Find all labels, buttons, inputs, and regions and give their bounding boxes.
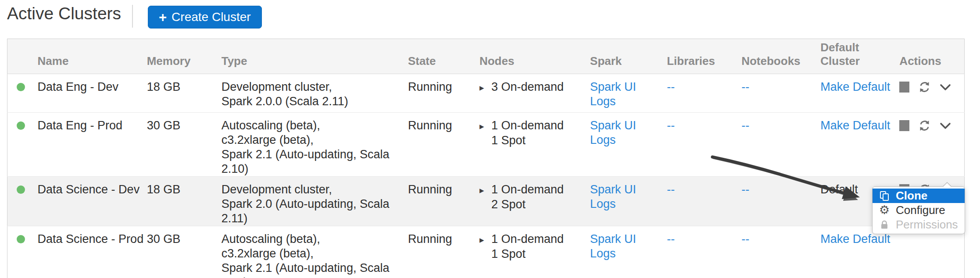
terminate-icon[interactable]	[899, 82, 909, 93]
menu-item-permissions: Permissions	[873, 217, 965, 232]
table-row-data-science-prod: Data Science - Prod 30 GB Autoscaling (b…	[7, 226, 965, 278]
spark-ui-link[interactable]: Spark UI	[590, 80, 636, 93]
menu-item-label: Configure	[896, 203, 945, 217]
col-header-state: State	[408, 39, 479, 74]
col-header-default-cluster: Default Cluster	[820, 39, 899, 74]
cluster-state: Running	[408, 119, 452, 132]
table-row-data-eng-prod: Data Eng - Prod 30 GB Autoscaling (beta)…	[7, 113, 965, 177]
cluster-type-line: Spark 2.1 (Auto-updating, Scala 2.11)	[222, 261, 408, 278]
actions-dropdown-icon[interactable]	[940, 83, 951, 92]
cluster-type-line: Development cluster,	[222, 80, 408, 94]
libraries-link[interactable]: --	[667, 232, 675, 246]
menu-item-configure[interactable]: ⚙ Configure	[873, 203, 965, 217]
status-running-icon	[17, 185, 25, 194]
clusters-table: Name Memory Type State Nodes Spark Libra…	[7, 39, 965, 278]
status-running-icon	[17, 83, 25, 91]
make-default-link[interactable]: Make Default	[820, 119, 890, 132]
spark-ui-link[interactable]: Spark UI	[590, 183, 636, 196]
menu-item-label: Permissions	[896, 218, 958, 232]
logs-link[interactable]: Logs	[590, 95, 616, 108]
cluster-state: Running	[408, 183, 452, 196]
col-header-type: Type	[222, 39, 408, 74]
col-header-default-line: Cluster	[820, 54, 899, 68]
cluster-memory: 18 GB	[147, 80, 181, 93]
expand-nodes-icon[interactable]: ▸	[479, 80, 491, 95]
default-cluster-label: Default	[820, 183, 858, 196]
cluster-type-line: c3.2xlarge (beta),	[222, 133, 408, 147]
menu-item-clone[interactable]: Clone	[873, 189, 965, 203]
libraries-link[interactable]: --	[667, 119, 675, 132]
status-running-icon	[17, 121, 25, 130]
cluster-memory: 30 GB	[147, 232, 181, 246]
restart-icon[interactable]	[919, 120, 930, 132]
nodes-spot: 1 Spot	[479, 133, 590, 148]
expand-nodes-icon[interactable]: ▸	[479, 232, 491, 247]
cluster-type-line: Development cluster,	[222, 182, 408, 197]
cluster-type-line: Spark 2.1 (Auto-updating, Scala 2.10)	[222, 147, 408, 176]
table-header-row: Name Memory Type State Nodes Spark Libra…	[7, 39, 965, 74]
notebooks-link[interactable]: --	[741, 119, 749, 132]
make-default-link[interactable]: Make Default	[820, 232, 890, 246]
cluster-memory: 30 GB	[147, 119, 181, 132]
spark-ui-link[interactable]: Spark UI	[590, 232, 636, 246]
cluster-memory: 18 GB	[147, 183, 181, 196]
plus-icon: +	[159, 11, 167, 24]
restart-icon[interactable]	[919, 81, 930, 93]
cluster-state: Running	[408, 232, 452, 246]
spark-ui-link[interactable]: Spark UI	[590, 119, 636, 132]
nodes-on-demand: 1 On-demand	[491, 119, 564, 132]
notebooks-link[interactable]: --	[741, 80, 749, 93]
active-clusters-page: Active Clusters + Create Cluster Name Me…	[0, 0, 980, 278]
nodes-on-demand: 1 On-demand	[491, 183, 564, 196]
lock-icon	[878, 220, 891, 230]
libraries-link[interactable]: --	[667, 80, 675, 93]
col-header-notebooks: Notebooks	[741, 39, 820, 74]
cluster-name: Data Science - Dev	[38, 183, 140, 196]
gear-icon: ⚙	[878, 204, 891, 216]
col-header-status	[7, 39, 38, 74]
create-cluster-button[interactable]: + Create Cluster	[148, 6, 262, 29]
cluster-type-line: Spark 2.0 (Auto-updating, Scala 2.11)	[222, 197, 408, 226]
expand-nodes-icon[interactable]: ▸	[479, 119, 491, 133]
logs-link[interactable]: Logs	[590, 197, 616, 210]
actions-dropdown-menu: Clone ⚙ Configure Permissions	[872, 186, 965, 234]
table-row-data-science-dev: Data Science - Dev 18 GB Development clu…	[7, 177, 965, 226]
col-header-libraries: Libraries	[667, 39, 741, 74]
col-header-memory: Memory	[147, 39, 222, 74]
page-title: Active Clusters	[7, 4, 121, 23]
cluster-name: Data Science - Prod	[38, 232, 144, 246]
col-header-actions: Actions	[899, 39, 964, 74]
nodes-on-demand: 1 On-demand	[491, 232, 564, 246]
cluster-type-line: Autoscaling (beta),	[222, 118, 408, 133]
col-header-spark: Spark	[590, 39, 667, 74]
nodes-on-demand: 3 On-demand	[491, 80, 564, 93]
col-header-name: Name	[38, 39, 147, 74]
notebooks-link[interactable]: --	[741, 183, 749, 196]
terminate-icon[interactable]	[899, 120, 909, 131]
nodes-spot: 1 Spot	[479, 247, 590, 261]
notebooks-link[interactable]: --	[741, 232, 749, 246]
cluster-state: Running	[408, 80, 452, 93]
cluster-type-line: Autoscaling (beta),	[222, 232, 408, 246]
libraries-link[interactable]: --	[667, 183, 675, 196]
create-cluster-button-label: Create Cluster	[172, 10, 251, 24]
logs-link[interactable]: Logs	[590, 133, 616, 146]
cluster-type-line: c3.2xlarge (beta),	[222, 246, 408, 261]
title-divider	[132, 5, 133, 28]
expand-nodes-icon[interactable]: ▸	[479, 183, 491, 197]
menu-item-label: Clone	[896, 189, 927, 203]
table-row-data-eng-dev: Data Eng - Dev 18 GB Development cluster…	[7, 74, 965, 113]
col-header-nodes: Nodes	[479, 39, 590, 74]
status-running-icon	[17, 235, 25, 243]
clone-icon	[878, 190, 891, 202]
col-header-default-line: Default	[820, 41, 899, 54]
actions-dropdown-icon[interactable]	[940, 121, 951, 130]
menu-notch	[942, 182, 952, 187]
cluster-name: Data Eng - Dev	[38, 80, 119, 93]
make-default-link[interactable]: Make Default	[820, 80, 890, 93]
logs-link[interactable]: Logs	[590, 247, 616, 260]
cluster-type-line: Spark 2.0.0 (Scala 2.11)	[222, 94, 408, 109]
cluster-name: Data Eng - Prod	[38, 119, 123, 132]
nodes-spot: 2 Spot	[479, 197, 590, 212]
